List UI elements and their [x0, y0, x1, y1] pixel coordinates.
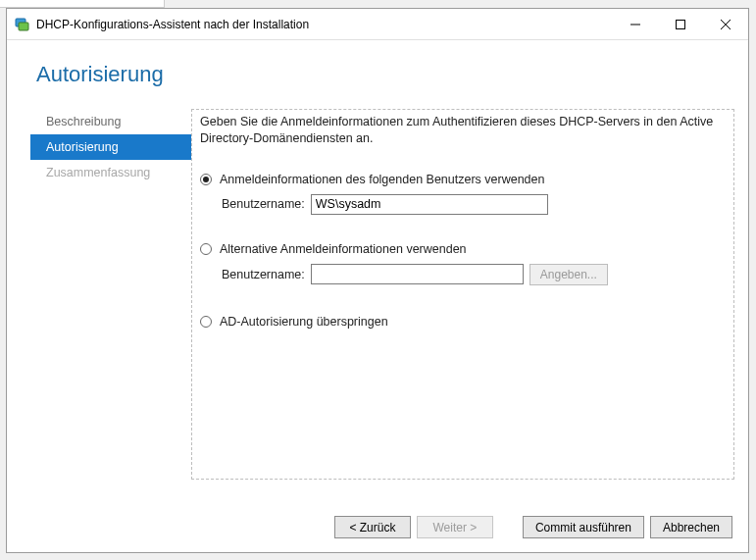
nav-item-description[interactable]: Beschreibung: [30, 109, 191, 134]
main-panel: Geben Sie die Anmeldeinformationen zum A…: [191, 109, 734, 480]
option-label: Anmeldeinformationen des folgenden Benut…: [220, 173, 544, 186]
close-button[interactable]: [703, 9, 748, 39]
body-row: Beschreibung Autorisierung Zusammenfassu…: [7, 109, 748, 504]
app-icon: [15, 17, 30, 32]
page-title: Autorisierung: [36, 62, 748, 87]
radio-icon[interactable]: [200, 174, 212, 185]
nav-item-authorization[interactable]: Autorisierung: [30, 134, 191, 160]
content-area: Autorisierung Beschreibung Autorisierung…: [7, 40, 748, 552]
radio-icon[interactable]: [200, 243, 212, 255]
option-use-current-credentials[interactable]: Anmeldeinformationen des folgenden Benut…: [200, 173, 724, 186]
alt-username-row: Benutzername: Angeben...: [222, 264, 724, 285]
current-username-input: [311, 194, 548, 215]
back-button[interactable]: < Zurück: [334, 516, 411, 538]
footer-buttons: < Zurück Weiter > Commit ausführen Abbre…: [7, 504, 748, 552]
minimize-button[interactable]: [613, 9, 658, 39]
radio-icon[interactable]: [200, 316, 212, 328]
username-label: Benutzername:: [222, 197, 305, 211]
option-label: AD-Autorisierung überspringen: [220, 315, 388, 329]
username-label: Benutzername:: [222, 268, 305, 281]
window-controls: [613, 9, 748, 39]
option-skip-authorization[interactable]: AD-Autorisierung überspringen: [200, 315, 724, 329]
nav-item-summary: Zusammenfassung: [30, 160, 191, 185]
commit-button[interactable]: Commit ausführen: [523, 516, 644, 538]
maximize-button[interactable]: [658, 9, 703, 39]
sidebar: Beschreibung Autorisierung Zusammenfassu…: [7, 109, 191, 504]
option-label: Alternative Anmeldeinformationen verwend…: [220, 242, 467, 256]
current-username-row: Benutzername:: [222, 194, 724, 215]
alt-username-input: [311, 264, 524, 284]
window-title: DHCP-Konfigurations-Assistent nach der I…: [36, 18, 613, 31]
specify-button: Angeben...: [529, 264, 608, 285]
svg-rect-1: [19, 23, 28, 30]
titlebar: DHCP-Konfigurations-Assistent nach der I…: [7, 9, 748, 40]
description-text: Geben Sie die Anmeldeinformationen zum A…: [200, 114, 724, 147]
next-button: Weiter >: [417, 516, 493, 538]
cancel-button[interactable]: Abbrechen: [650, 516, 732, 538]
wizard-window: DHCP-Konfigurations-Assistent nach der I…: [6, 8, 749, 553]
svg-rect-3: [677, 20, 685, 28]
option-alternative-credentials[interactable]: Alternative Anmeldeinformationen verwend…: [200, 242, 724, 256]
